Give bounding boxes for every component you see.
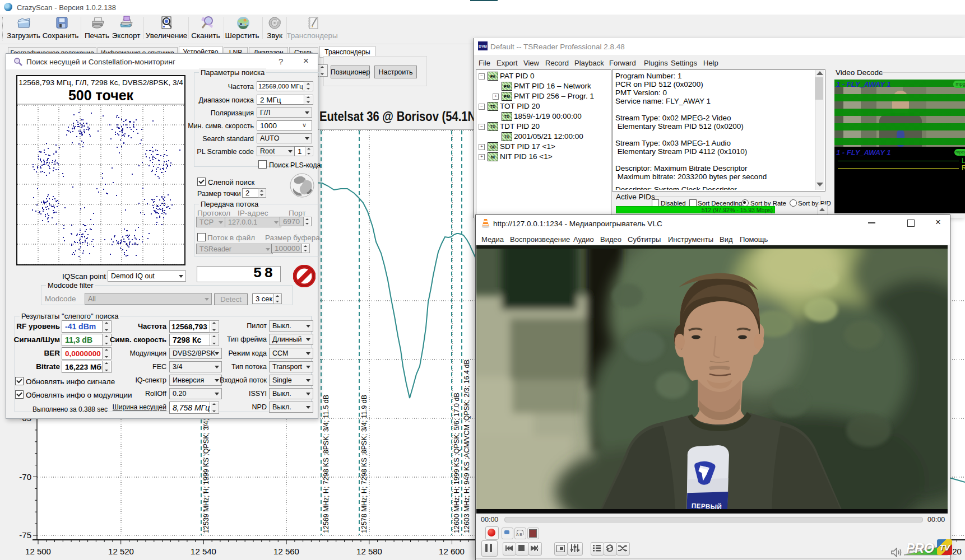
svg-text:12600 MHz; H; 1999 KS ;QPSK; 5: 12600 MHz; H; 1999 KS ;QPSK; 5/6; 17.0 d… [453,393,461,533]
svg-text:12603 MHz; H; 949 KS ;ACM/VCM: 12603 MHz; H; 949 KS ;ACM/VCM ;QPSK; 2/3… [463,360,471,533]
svg-text:12 560: 12 560 [273,547,299,556]
svg-text:-75: -75 [19,530,31,540]
svg-text:12 520: 12 520 [108,547,134,556]
svg-text:12578 MHz; H; 7298 KS ;8PSK; 3: 12578 MHz; H; 7298 KS ;8PSK; 3/4; 11.9 d… [360,395,368,533]
svg-text:12 580: 12 580 [356,547,382,556]
svg-text:12569 MHz; H; 7298 KS ;8PSK; 3: 12569 MHz; H; 7298 KS ;8PSK; 3/4; 11.5 d… [322,395,330,533]
svg-text:12 500: 12 500 [25,547,51,556]
svg-text:-70: -70 [19,472,31,482]
svg-text:12 600: 12 600 [439,547,465,556]
svg-text:12 540: 12 540 [191,547,216,556]
